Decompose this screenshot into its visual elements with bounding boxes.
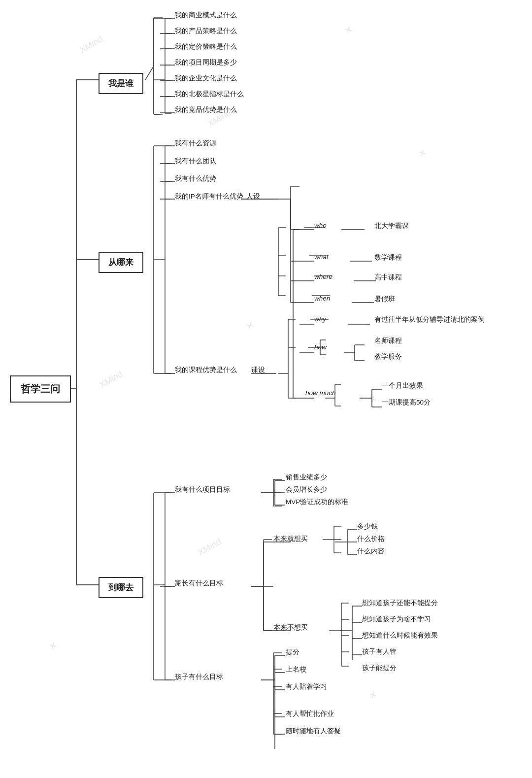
key-when: when xyxy=(314,295,330,302)
jiuzxiangmai-item0: 多少钱 xyxy=(357,522,378,531)
buxiangmai-item4: 孩子能提分 xyxy=(362,664,397,673)
val-why: 有过往半年从低分辅导进清北的案例 xyxy=(374,315,485,324)
buxiangmai-item3: 孩子有人管 xyxy=(362,647,397,656)
buxiangmai-item2: 想知道什么时候能有效果 xyxy=(362,631,438,640)
val-howmuch-1: 一期课提高50分 xyxy=(382,398,431,407)
key-howmuch: how much xyxy=(305,389,336,397)
watermark: XMind xyxy=(196,537,223,558)
renshuo-label-node: 人设 xyxy=(246,192,260,201)
daonaqu-sec0-item1: 会员增长多少 xyxy=(286,485,327,494)
val-when: 暑假班 xyxy=(374,295,395,304)
keshuo-parent: 我的课程优势是什么 xyxy=(175,366,237,374)
congnaila-item-0: 我有什么资源 xyxy=(175,139,216,148)
daonaqu-sec0-item2: MVP验证成功的标准 xyxy=(286,498,348,507)
woshishui-item-3: 我的项目周期是多少 xyxy=(175,58,237,67)
mind-map: XMind XMind ✕ ✕ XMind ✕ ✕ ✕ XMind ✕ xyxy=(0,0,532,778)
jiuzxiangmai-item1: 什么价格 xyxy=(357,535,385,543)
val-where: 高中课程 xyxy=(374,273,402,282)
daonaqu-sec0-label: 我有什么项目目标 xyxy=(175,485,230,494)
congnaila-item-3: 我的IP名师有什么优势 xyxy=(175,192,243,201)
daonaqu-sec2-item3: 有人帮忙批作业 xyxy=(286,710,334,718)
key-how: how xyxy=(314,343,327,351)
daonaqu-sec2-item1: 上名校 xyxy=(286,665,306,674)
buxiangmai-label: 本来不想买 xyxy=(273,623,308,632)
root-label: 哲学三问 xyxy=(21,383,60,394)
val-what: 数学课程 xyxy=(374,253,402,262)
daonaqu-sec0-item0: 销售业绩多少 xyxy=(286,473,327,482)
val-how-0: 名师课程 xyxy=(374,337,402,345)
jiuzxiangmai-item2: 什么内容 xyxy=(357,547,385,556)
congnaila-item-2: 我有什么优势 xyxy=(175,174,216,183)
val-howmuch-0: 一个月出效果 xyxy=(382,381,423,390)
buxiangmai-item0: 想知道孩子还能不能提分 xyxy=(362,599,438,608)
watermark: ✕ xyxy=(47,640,59,653)
watermark: ✕ xyxy=(244,319,256,333)
root-node: 哲学三问 xyxy=(10,375,71,403)
key-what: what xyxy=(314,253,329,261)
key-where: where xyxy=(314,273,332,280)
buxiangmai-item1: 想知道孩子为啥不学习 xyxy=(362,615,431,624)
congnaila-item-1: 我有什么团队 xyxy=(175,157,216,166)
daonaqu-sec2-item0: 提分 xyxy=(286,648,299,657)
watermark: ✕ xyxy=(343,24,355,37)
val-who: 北大学霸课 xyxy=(374,222,409,231)
daonaqu-sec2-item2: 有人陪着学习 xyxy=(286,682,327,691)
watermark: ✕ xyxy=(417,147,429,160)
key-who: who xyxy=(314,222,327,229)
val-how-1: 教学服务 xyxy=(374,352,402,361)
l1-woshishui-label: 我是谁 xyxy=(108,79,133,88)
l1-congnaila: 从哪来 xyxy=(99,252,143,273)
watermark: XMind xyxy=(98,369,125,391)
daonaqu-sec2-label: 孩子有什么目标 xyxy=(175,673,223,681)
lines-svg xyxy=(0,0,532,778)
woshishui-item-1: 我的产品策略是什么 xyxy=(175,27,237,35)
daonaqu-sec2-item4: 随时随地有人答疑 xyxy=(286,727,341,736)
jiuzxiangmai-label: 本来就想买 xyxy=(273,535,308,543)
woshishui-item-5: 我的北极星指标是什么 xyxy=(175,90,244,99)
key-why: why xyxy=(314,315,326,323)
woshishui-item-0: 我的商业模式是什么 xyxy=(175,11,237,20)
keshuo-label-node: 课设 xyxy=(251,366,265,374)
main-svg xyxy=(0,0,532,778)
daonaqu-sec1-label: 家长有什么目标 xyxy=(175,579,223,588)
l1-daonaqu: 到哪去 xyxy=(99,577,143,598)
woshishui-item-2: 我的定价策略是什么 xyxy=(175,42,237,51)
l1-congnaila-label: 从哪来 xyxy=(108,258,133,267)
watermark: ✕ xyxy=(367,393,379,406)
woshishui-item-4: 我的企业文化是什么 xyxy=(175,74,237,83)
l1-daonaqu-label: 到哪去 xyxy=(108,583,133,592)
woshishui-item-6: 我的竞品优势是什么 xyxy=(175,105,237,114)
l1-woshishui: 我是谁 xyxy=(99,73,143,94)
watermark: XMind xyxy=(78,34,105,56)
watermark: ✕ xyxy=(367,689,379,702)
